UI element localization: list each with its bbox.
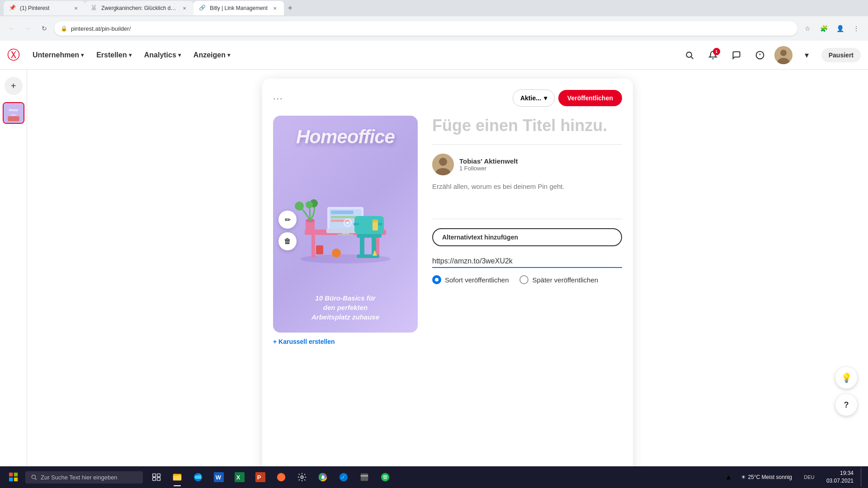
sofort-option[interactable]: Sofort veröffentlichen [432, 275, 509, 284]
pin-form: Füge einen Titel hinzu. Tobias' Aktienwe… [432, 116, 622, 345]
header-right: 1 ▾ Pausiert [680, 46, 861, 64]
share-chevron-icon: ▾ [544, 94, 547, 102]
tab-close-zwerg[interactable]: ✕ [181, 5, 188, 12]
share-button[interactable]: Aktie... ▾ [513, 89, 555, 107]
profile-btn[interactable]: 👤 [834, 22, 846, 35]
svg-rect-55 [157, 478, 160, 481]
taskbar-powerpoint[interactable]: P [250, 467, 270, 487]
show-desktop[interactable] [861, 467, 864, 487]
svg-rect-49 [14, 478, 18, 481]
title-input[interactable]: Füge einen Titel hinzu. [432, 116, 622, 135]
address-bar-row: ← → ↻ 🔒 pinterest.at/pin-builder/ ☆ 🧩 👤 … [0, 16, 868, 41]
svg-point-50 [32, 475, 35, 479]
taskbar-chrome[interactable] [313, 467, 333, 487]
svg-text:W: W [216, 474, 222, 481]
pause-button[interactable]: Pausiert [821, 48, 861, 62]
taskbar-spotify[interactable] [375, 467, 395, 487]
tab-pinterest[interactable]: 📌 (1) Pinterest ✕ [4, 1, 85, 15]
help-button[interactable]: ? [835, 394, 857, 416]
clock-time: 19:34 [826, 469, 854, 477]
systray-up-arrow[interactable]: ▲ [723, 467, 734, 487]
edit-pencil-button[interactable]: ✏ [278, 211, 297, 229]
menu-btn[interactable]: ⋮ [850, 22, 863, 35]
svg-rect-48 [9, 478, 13, 481]
svg-point-42 [346, 221, 349, 224]
taskbar-word[interactable]: W [209, 467, 229, 487]
pinterest-header: Ⓧ Unternehmen ▾ Erstellen ▾ Analytics ▾ … [0, 41, 868, 70]
nav-anzeigen[interactable]: Anzeigen ▾ [188, 47, 236, 63]
nav-analytics[interactable]: Analytics ▾ [139, 47, 186, 63]
taskbar-task-view[interactable] [146, 467, 166, 487]
sidebar-thumbnail[interactable]: Home office [3, 102, 24, 124]
svg-point-66 [277, 473, 285, 481]
url-input[interactable] [432, 257, 622, 265]
back-button[interactable]: ← [5, 22, 18, 35]
svg-point-44 [439, 158, 447, 166]
form-divider-2 [432, 219, 622, 219]
svg-rect-11 [8, 116, 19, 121]
pinterest-logo[interactable]: Ⓧ [7, 47, 20, 64]
taskbar-search[interactable]: Zur Suche Text hier eingeben [25, 471, 143, 483]
tab-bitly[interactable]: 🔗 Bitly | Link Management ✕ [193, 1, 284, 15]
desk-illustration [287, 175, 404, 266]
sofort-radio[interactable] [432, 275, 441, 284]
pinterest-app: Ⓧ Unternehmen ▾ Erstellen ▾ Analytics ▾ … [0, 41, 868, 488]
tab-close-pinterest[interactable]: ✕ [72, 5, 80, 12]
taskbar-files[interactable] [354, 467, 374, 487]
nav-erstellen[interactable]: Erstellen ▾ [91, 47, 137, 63]
publish-button[interactable]: Veröffentlichen [558, 90, 622, 106]
svg-rect-53 [157, 474, 160, 477]
svg-rect-25 [331, 211, 354, 214]
taskbar-edge[interactable] [334, 467, 354, 487]
extension-btn[interactable]: 🧩 [817, 22, 830, 35]
search-button[interactable] [680, 46, 698, 64]
tab-close-bitly[interactable]: ✕ [271, 5, 278, 12]
spaeter-radio[interactable] [519, 275, 528, 284]
svg-rect-47 [14, 473, 18, 476]
taskbar-app5[interactable] [271, 467, 291, 487]
address-bar[interactable]: 🔒 pinterest.at/pin-builder/ [54, 21, 797, 36]
bulb-button[interactable]: 💡 [835, 367, 857, 389]
user-avatar[interactable] [774, 46, 793, 64]
more-options-button[interactable]: ··· [273, 93, 283, 103]
alerts-button[interactable] [751, 46, 769, 64]
nav-unternehmen[interactable]: Unternehmen ▾ [27, 47, 89, 63]
nav-analytics-label: Analytics [144, 51, 176, 59]
taskbar-weather[interactable]: ☀ 25°C Meist sonnig [737, 474, 796, 480]
tab-title-zwerg: Zwergkaninchen: Glücklich durch... [101, 5, 177, 11]
svg-rect-37 [373, 220, 378, 222]
alt-text-button[interactable]: Alternativtext hinzufügen [432, 228, 622, 246]
svg-point-39 [332, 249, 341, 258]
pin-builder-header: ··· Aktie... ▾ Veröffentlichen [273, 89, 622, 107]
description-input[interactable] [432, 183, 622, 210]
delete-button[interactable]: 🗑 [278, 232, 297, 250]
taskbar-settings[interactable] [292, 467, 312, 487]
systray-keyboard[interactable]: DEU [799, 467, 819, 487]
clock-date: 03.07.2021 [826, 477, 854, 485]
author-row: Tobias' Aktienwelt 1 Follower [432, 154, 622, 175]
forward-button[interactable]: → [22, 22, 34, 35]
svg-line-51 [35, 479, 37, 480]
notifications-button[interactable]: 1 [704, 46, 722, 64]
taskbar-excel[interactable]: X [230, 467, 250, 487]
reload-button[interactable]: ↻ [38, 22, 51, 35]
spaeter-option[interactable]: Später veröffentlichen [519, 275, 598, 284]
bookmark-star[interactable]: ☆ [801, 22, 814, 35]
svg-point-6 [780, 50, 787, 56]
karussell-link[interactable]: + Karussell erstellen [273, 338, 418, 345]
tab-title-pinterest: (1) Pinterest [20, 5, 69, 11]
svg-rect-34 [354, 223, 359, 225]
taskbar-file-explorer[interactable] [167, 467, 187, 487]
messages-button[interactable] [727, 46, 745, 64]
new-tab-button[interactable]: + [284, 2, 297, 14]
start-button[interactable] [4, 467, 24, 487]
taskbar-clock[interactable]: 19:34 03.07.2021 [823, 469, 857, 485]
svg-point-67 [301, 476, 303, 479]
taskbar-browser-edge[interactable] [188, 467, 208, 487]
sidebar-add-button[interactable]: + [5, 77, 23, 95]
tab-zwerg[interactable]: 🐰 Zwergkaninchen: Glücklich durch... ✕ [85, 1, 193, 15]
account-chevron[interactable]: ▾ [798, 46, 816, 64]
tab-favicon-pinterest: 📌 [9, 5, 16, 12]
svg-rect-27 [331, 220, 349, 222]
pin-image-container: Homeoffice [273, 116, 418, 345]
